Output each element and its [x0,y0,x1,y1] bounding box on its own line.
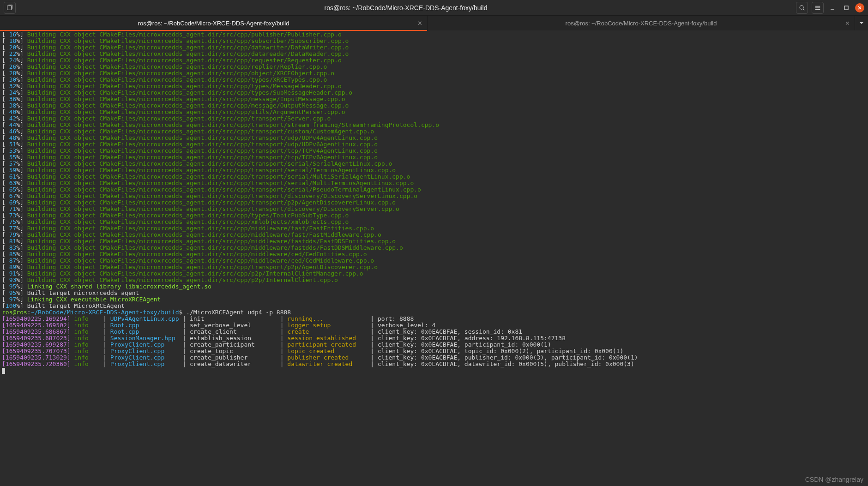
maximize-icon [844,6,849,10]
watermark: CSDN @zhangrelay [805,476,863,483]
search-button[interactable] [796,2,808,14]
minimize-icon [830,5,835,11]
tab-1[interactable]: ros@ros: ~/RobCode/Micro-XRCE-DDS-Agent-… [0,16,428,30]
window-titlebar: ros@ros: ~/RobCode/Micro-XRCE-DDS-Agent-… [0,0,868,16]
new-tab-icon [6,5,13,11]
tab-label: ros@ros: ~/RobCode/Micro-XRCE-DDS-Agent-… [566,20,717,27]
window-minimize-button[interactable] [827,3,838,13]
chevron-down-icon [859,21,864,25]
svg-rect-0 [7,6,12,10]
search-icon [799,5,805,11]
hamburger-icon [814,5,821,11]
tab-close-button[interactable]: ✕ [417,20,422,27]
window-close-button[interactable] [855,3,864,12]
window-maximize-button[interactable] [841,3,851,13]
tab-close-button[interactable]: ✕ [845,20,850,27]
new-tab-button[interactable] [4,2,16,14]
svg-rect-2 [844,6,848,10]
close-icon [857,6,862,10]
tab-2[interactable]: ros@ros: ~/RobCode/Micro-XRCE-DDS-Agent-… [428,16,855,30]
terminal-output[interactable]: [ 16%] Building CXX object CMakeFiles/mi… [0,30,868,375]
hamburger-menu-button[interactable] [812,2,824,14]
window-title: ros@ros: ~/RobCode/Micro-XRCE-DDS-Agent-… [16,4,796,12]
tab-dropdown-button[interactable] [855,16,868,30]
svg-point-1 [800,6,803,9]
tab-bar: ros@ros: ~/RobCode/Micro-XRCE-DDS-Agent-… [0,16,868,30]
tab-label: ros@ros: ~/RobCode/Micro-XRCE-DDS-Agent-… [138,20,289,27]
